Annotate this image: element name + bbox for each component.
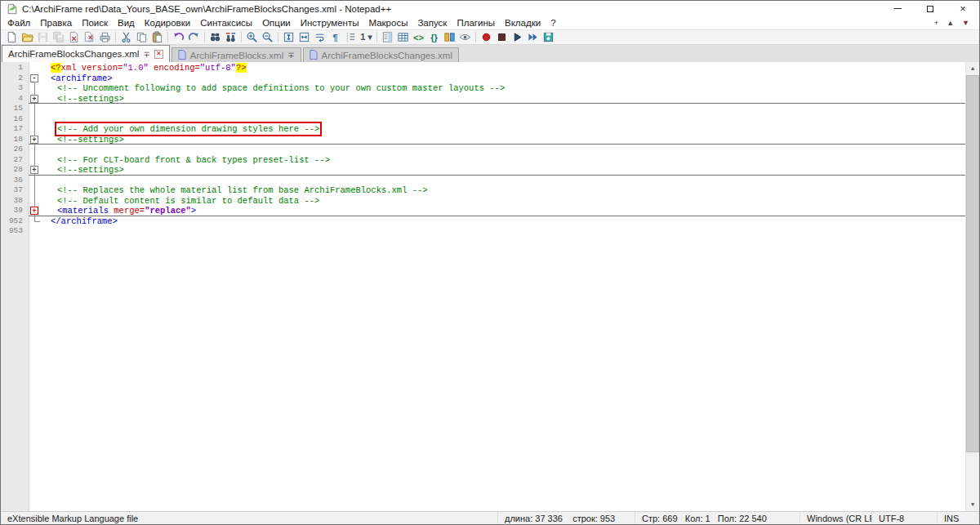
- menu-item-9[interactable]: Запуск: [412, 16, 452, 29]
- menu-item-5[interactable]: Синтаксисы: [195, 16, 257, 29]
- code-text[interactable]: [41, 176, 965, 186]
- code-line[interactable]: 28+<!--settings>: [1, 165, 965, 176]
- tab-scroll-up-button[interactable]: ▲: [943, 19, 957, 27]
- menu-item-6[interactable]: Опции: [257, 16, 296, 29]
- menu-item-12[interactable]: ?: [546, 16, 560, 29]
- minimize-button[interactable]: [881, 1, 914, 16]
- editor-lines[interactable]: 1<?xml version="1.0" encoding="utf-8"?>2…: [1, 62, 965, 511]
- document-map-plugin-button[interactable]: [380, 30, 395, 44]
- code-text[interactable]: <!--settings>: [41, 94, 965, 105]
- code-text[interactable]: <?xml version="1.0" encoding="utf-8"?>: [41, 63, 965, 73]
- code-text[interactable]: [41, 114, 965, 125]
- json-viewer-plugin-button[interactable]: {}: [426, 30, 442, 44]
- undo-button[interactable]: [171, 30, 186, 44]
- tab-2[interactable]: ArchiFrameBlocks.xml∓: [172, 47, 301, 62]
- code-line[interactable]: 1<?xml version="1.0" encoding="utf-8"?>: [1, 63, 965, 73]
- menu-item-7[interactable]: Инструменты: [296, 16, 364, 29]
- scrollbar-track[interactable]: [966, 452, 979, 498]
- cut-button[interactable]: [118, 30, 134, 44]
- code-text[interactable]: <!-- Uncomment following to add space de…: [41, 83, 965, 94]
- save-macro-button[interactable]: [541, 30, 556, 44]
- word-wrap-button[interactable]: [312, 30, 327, 44]
- editor[interactable]: 1<?xml version="1.0" encoding="utf-8"?>2…: [1, 62, 979, 511]
- record-macro-button[interactable]: [479, 30, 494, 44]
- fold-toggle-icon[interactable]: +: [30, 207, 38, 215]
- code-text[interactable]: <!-- Default content is similar to defau…: [41, 196, 965, 207]
- fold-toggle-icon[interactable]: -: [30, 74, 38, 82]
- scroll-up-arrow[interactable]: ▲: [966, 62, 979, 75]
- open-file-button[interactable]: [20, 30, 35, 44]
- menu-item-4[interactable]: Кодировки: [140, 16, 195, 29]
- fold-marker[interactable]: -: [29, 73, 41, 84]
- code-line[interactable]: 4+<!--settings>: [1, 94, 965, 105]
- view-selector-dropdown[interactable]: 1 ▾: [359, 30, 374, 44]
- code-text[interactable]: [41, 145, 965, 155]
- sync-scroll-vertical-button[interactable]: [281, 30, 296, 44]
- code-text[interactable]: </archiframe>: [41, 216, 965, 227]
- menu-item-0[interactable]: Файл: [2, 16, 35, 29]
- code-line[interactable]: 2-<archiframe>: [1, 73, 965, 84]
- grid-plugin-button[interactable]: [395, 30, 411, 44]
- playback-macro-button[interactable]: [510, 30, 525, 44]
- fold-marker[interactable]: +: [29, 94, 41, 105]
- fold-marker[interactable]: +: [29, 165, 41, 176]
- replace-button[interactable]: [223, 30, 238, 44]
- code-line[interactable]: 37<!-- Replaces the whole material list …: [1, 185, 965, 196]
- code-text[interactable]: [41, 104, 965, 114]
- scroll-down-arrow[interactable]: ▼: [966, 498, 979, 511]
- redo-button[interactable]: [186, 30, 202, 44]
- find-button[interactable]: [207, 30, 223, 44]
- menu-item-1[interactable]: Правка: [35, 16, 77, 29]
- show-all-characters-button[interactable]: ¶: [327, 30, 343, 44]
- run-macro-multiple-button[interactable]: [525, 30, 541, 44]
- scrollbar-thumb[interactable]: [966, 75, 979, 452]
- code-text[interactable]: <!--settings>: [41, 165, 965, 176]
- new-tab-button[interactable]: +: [931, 19, 942, 27]
- code-line[interactable]: 38<!-- Default content is similar to def…: [1, 196, 965, 207]
- menu-item-11[interactable]: Вкладки: [500, 16, 546, 29]
- pin-icon[interactable]: ∓: [287, 51, 294, 60]
- code-line[interactable]: 39+<materials merge="replace">: [1, 206, 965, 216]
- menu-item-10[interactable]: Плагины: [452, 16, 500, 29]
- menu-item-2[interactable]: Поиск: [77, 16, 113, 29]
- zoom-in-button[interactable]: [244, 30, 260, 44]
- stop-macro-button[interactable]: [494, 30, 510, 44]
- pin-icon[interactable]: ∓: [143, 50, 149, 59]
- maximize-button[interactable]: [914, 1, 947, 16]
- tab-3[interactable]: ArchiFrameBlocksChanges.xml: [303, 47, 459, 62]
- close-all-documents-button[interactable]: [82, 30, 97, 44]
- code-line[interactable]: 27<!-- For CLT-board front & back types …: [1, 155, 965, 166]
- spell-check-button[interactable]: [457, 30, 473, 44]
- fold-toggle-icon[interactable]: +: [30, 136, 38, 144]
- copy-button[interactable]: [134, 30, 149, 44]
- close-window-button[interactable]: ×: [947, 1, 979, 16]
- code-line[interactable]: 36: [1, 176, 965, 186]
- zoom-out-button[interactable]: [260, 30, 275, 44]
- new-file-button[interactable]: [4, 30, 20, 44]
- print-button[interactable]: [97, 30, 113, 44]
- sync-scroll-horizontal-button[interactable]: [296, 30, 312, 44]
- fold-marker[interactable]: +: [29, 135, 41, 145]
- code-text[interactable]: <materials merge="replace">: [41, 206, 965, 216]
- code-line[interactable]: 18+<!--settings>: [1, 135, 965, 145]
- code-text[interactable]: [41, 226, 965, 237]
- tab-1[interactable]: ArchiFrameBlocksChanges.xml∓✕: [2, 45, 170, 62]
- indent-guide-button[interactable]: [343, 30, 359, 44]
- code-text[interactable]: <!--settings>: [41, 135, 965, 145]
- compare-plugin-button[interactable]: [442, 30, 457, 44]
- tab-close-button[interactable]: ✕: [154, 50, 163, 59]
- vertical-scrollbar[interactable]: ▲ ▼: [965, 62, 979, 511]
- code-line[interactable]: 953: [1, 226, 965, 237]
- code-text[interactable]: <!-- Add your own dimension drawing styl…: [41, 124, 965, 135]
- fold-toggle-icon[interactable]: +: [30, 166, 38, 174]
- code-line[interactable]: 16: [1, 114, 965, 125]
- code-line[interactable]: 26: [1, 145, 965, 155]
- menu-item-3[interactable]: Вид: [113, 16, 140, 29]
- menu-item-8[interactable]: Макросы: [363, 16, 412, 29]
- code-line[interactable]: 3<!-- Uncomment following to add space d…: [1, 83, 965, 94]
- code-line[interactable]: 952</archiframe>: [1, 216, 965, 227]
- close-document-button[interactable]: [66, 30, 82, 44]
- code-text[interactable]: <archiframe>: [41, 73, 965, 84]
- tab-scroll-down-button[interactable]: ▼: [959, 19, 973, 27]
- fold-toggle-icon[interactable]: +: [30, 95, 38, 103]
